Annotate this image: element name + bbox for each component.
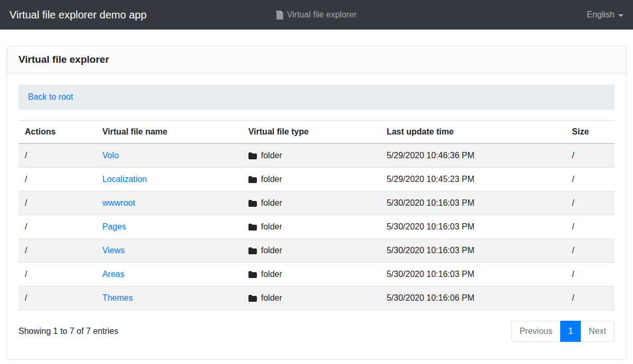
folder-icon [248,271,257,278]
file-table-head: Actions Virtual file name Virtual file t… [18,121,615,144]
col-header-size[interactable]: Size [565,121,615,144]
cell-size: / [565,191,615,215]
cell-actions: / [18,263,96,286]
header-row: Actions Virtual file name Virtual file t… [18,121,615,144]
cell-type: folder [242,286,380,310]
file-type-label: folder [261,198,282,208]
cell-name: wwwroot [96,191,242,215]
table-footer: Showing 1 to 7 of 7 entries Previous 1 N… [18,321,615,348]
cell-type: folder [242,215,380,239]
language-dropdown[interactable]: English [587,10,624,20]
col-header-name[interactable]: Virtual file name [96,121,242,144]
caret-down-icon [618,14,624,17]
cell-type: folder [242,143,380,168]
cell-type: folder [242,263,380,286]
cell-size: / [565,143,615,168]
cell-type: folder [242,239,380,263]
cell-size: / [565,239,615,263]
file-type-label: folder [261,151,282,160]
file-name-link[interactable]: Themes [102,293,133,302]
card-title: Virtual file explorer [18,54,109,65]
file-table: Actions Virtual file name Virtual file t… [18,120,615,310]
cell-name: Themes [96,286,242,310]
file-icon [276,11,283,20]
cell-updated: 5/29/2020 10:46:36 PM [380,143,565,168]
cell-name: Pages [96,215,242,239]
folder-icon [248,200,257,207]
folder-icon [248,295,257,302]
file-name-link[interactable]: Views [102,246,124,255]
cell-name: Views [96,239,242,263]
cell-updated: 5/30/2020 10:16:03 PM [380,191,565,215]
table-row: / Views folder [18,239,615,263]
pagination: Previous 1 Next [511,321,615,342]
file-name-link[interactable]: Localization [102,175,147,184]
back-to-root-link[interactable]: Back to root [28,92,73,101]
table-row: / Localization folder [18,168,615,191]
page-container: Virtual file explorer Back to root Actio… [0,30,633,360]
cell-actions: / [18,215,96,239]
pagination-previous-button[interactable]: Previous [511,321,561,342]
cell-size: / [565,215,615,239]
file-explorer-card: Virtual file explorer Back to root Actio… [7,46,626,360]
file-type-label: folder [261,270,282,279]
table-row: / Areas folder [18,263,615,286]
cell-size: / [565,263,615,286]
cell-updated: 5/30/2020 10:16:03 PM [380,239,565,263]
entries-summary: Showing 1 to 7 of 7 entries [18,327,118,336]
cell-actions: / [18,239,96,263]
file-name-link[interactable]: Areas [102,270,124,279]
file-type-label: folder [261,293,282,303]
file-type-label: folder [261,222,282,232]
top-navbar: Virtual file explorer demo app Virtual f… [0,0,633,30]
language-label: English [587,10,615,20]
file-table-body: / Volo folder [18,143,615,310]
folder-icon [248,247,257,254]
folder-icon [248,176,257,183]
folder-icon [248,224,257,231]
table-row: / Themes folder [18,286,615,310]
cell-type: folder [242,168,380,191]
cell-updated: 5/30/2020 10:16:03 PM [380,215,565,239]
card-header: Virtual file explorer [7,46,626,73]
cell-size: / [565,168,615,191]
cell-actions: / [18,143,96,168]
card-body: Back to root Actions Virtual file name V… [7,73,626,359]
cell-name: Areas [96,263,242,286]
cell-name: Volo [96,143,242,168]
table-row: / wwwroot folder [18,191,615,215]
file-type-label: folder [261,246,282,255]
file-type-label: folder [261,175,282,184]
cell-actions: / [18,168,96,191]
cell-type: folder [242,191,380,215]
file-name-link[interactable]: Pages [102,222,126,231]
app-brand-link[interactable]: Virtual file explorer demo app [9,9,147,21]
file-name-link[interactable]: Volo [102,151,119,160]
cell-actions: / [18,286,96,310]
cell-name: Localization [96,168,242,191]
table-row: / Volo folder [18,143,615,168]
cell-actions: / [18,191,96,215]
navbar-center-title: Virtual file explorer [287,10,357,20]
cell-updated: 5/30/2020 10:16:03 PM [380,263,565,286]
pagination-next-button[interactable]: Next [580,321,615,342]
breadcrumb: Back to root [18,84,615,110]
cell-size: / [565,286,615,310]
folder-icon [248,152,257,159]
col-header-type[interactable]: Virtual file type [242,121,380,144]
navbar-center-link[interactable]: Virtual file explorer [276,0,357,30]
col-header-actions[interactable]: Actions [18,121,96,144]
table-row: / Pages folder [18,215,615,239]
col-header-updated[interactable]: Last update time [380,121,565,144]
cell-updated: 5/29/2020 10:45:23 PM [380,168,565,191]
file-name-link[interactable]: wwwroot [102,198,135,207]
pagination-page-1-button[interactable]: 1 [560,321,581,342]
cell-updated: 5/30/2020 10:16:06 PM [380,286,565,310]
